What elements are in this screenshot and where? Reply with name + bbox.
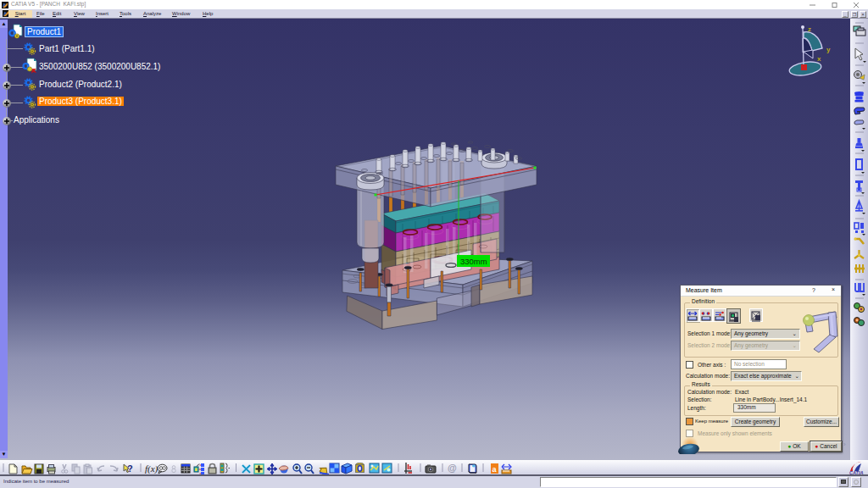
svg-text:@: @	[448, 463, 457, 473]
svg-text:x: x	[817, 55, 821, 63]
svg-text:f(x): f(x)	[145, 463, 159, 474]
svg-text:?: ?	[127, 463, 133, 474]
svg-text:z: z	[808, 25, 811, 33]
svg-text:y: y	[826, 46, 831, 53]
svg-text:330mm: 330mm	[460, 257, 487, 266]
